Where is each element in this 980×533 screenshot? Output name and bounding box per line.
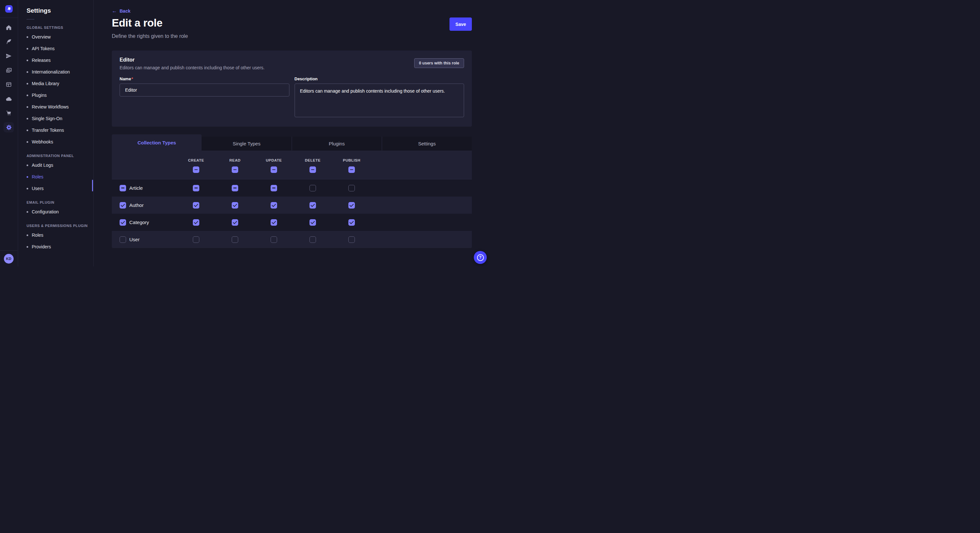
sidebar-item-api-tokens[interactable]: API Tokens [19,43,93,54]
user-update-checkbox[interactable] [270,236,277,243]
main-content: ← Back Edit a role Save Define the right… [94,0,490,266]
back-label: Back [119,8,130,14]
help-button[interactable]: ? [474,251,487,264]
cloud-icon[interactable] [3,94,14,104]
page-title: Edit a role [112,17,162,29]
section-heading-email-plugin: EMAIL PLUGIN [19,194,93,206]
column-header-create: CREATE [177,159,215,162]
description-textarea[interactable]: Editors can manage and publish contents … [294,84,465,117]
sidebar-item-admin-roles[interactable]: Roles [19,171,93,182]
category-create-checkbox[interactable] [193,219,199,226]
role-name-heading: Editor [119,57,464,63]
role-description-text: Editors can manage and publish contents … [119,65,464,70]
section-heading-users-permissions-plugin: USERS & PERMISSIONS PLUGIN [19,217,93,229]
table-row-user: User [112,231,472,248]
sidebar-item-plugins[interactable]: Plugins [19,89,93,101]
sidebar-item-label: Roles [32,174,43,179]
article-read-checkbox[interactable] [232,185,238,191]
name-label-text: Name [119,76,131,81]
row-checkbox-article[interactable] [119,185,126,191]
row-checkbox-category[interactable] [119,219,126,226]
category-delete-checkbox[interactable] [310,219,316,226]
sidebar-item-overview[interactable]: Overview [19,31,93,43]
avatar[interactable]: KD [4,254,14,263]
tab-single-types[interactable]: Single Types [202,136,291,151]
tab-label: Collection Types [137,140,176,145]
required-asterisk: * [131,76,133,81]
sidebar-item-label: Audit Logs [32,163,53,168]
row-checkbox-author[interactable] [119,202,126,209]
category-update-checkbox[interactable] [270,219,277,226]
article-update-checkbox[interactable] [270,185,277,191]
sidebar-scrollbar[interactable] [92,180,93,191]
feather-icon[interactable] [3,36,14,47]
sidebar-item-label: Transfer Tokens [32,128,64,133]
gear-icon[interactable] [3,122,14,132]
description-field-group: Description Editors can manage and publi… [294,76,465,119]
sidebar-item-label: API Tokens [32,46,55,51]
section-heading-global-settings: GLOBAL SETTINGS [19,19,93,31]
sidebar-item-admin-users[interactable]: Users [19,182,93,194]
cart-icon[interactable] [3,108,14,118]
role-details-card: Editor Editors can manage and publish co… [112,51,472,127]
sidebar-item-webhooks[interactable]: Webhooks [19,136,93,148]
select-all-read-checkbox[interactable] [232,167,238,173]
row-label: User [129,237,140,242]
select-all-delete-checkbox[interactable] [310,167,316,173]
sidebar-item-label: Roles [32,233,43,238]
sidebar-item-up-providers[interactable]: Providers [19,241,93,252]
author-create-checkbox[interactable] [193,202,199,209]
sidebar-item-label: Plugins [32,93,47,98]
name-field-label: Name* [119,76,133,81]
select-all-row [119,167,472,179]
article-delete-checkbox[interactable] [310,185,316,191]
select-all-create-checkbox[interactable] [193,167,199,173]
sidebar-item-label: Releases [32,58,51,63]
tab-collection-types[interactable]: Collection Types [112,134,202,151]
images-icon[interactable] [3,65,14,75]
permissions-table: CREATE READ UPDATE DELETE PUBLISH [112,151,472,248]
sidebar-item-email-configuration[interactable]: Configuration [19,206,93,217]
sidebar-item-review-workflows[interactable]: Review Workflows [19,101,93,113]
author-publish-checkbox[interactable] [348,202,355,209]
sidebar-item-transfer-tokens[interactable]: Transfer Tokens [19,124,93,136]
layout-icon[interactable] [3,79,14,90]
users-with-role-badge[interactable]: 0 users with this role [414,58,464,68]
sidebar-item-media-library[interactable]: Media Library [19,78,93,89]
home-icon[interactable] [3,22,14,33]
sidebar-item-single-sign-on[interactable]: Single Sign-On [19,113,93,124]
article-create-checkbox[interactable] [193,185,199,191]
user-read-checkbox[interactable] [232,236,238,243]
column-labels-row: CREATE READ UPDATE DELETE PUBLISH [119,159,472,162]
user-delete-checkbox[interactable] [310,236,316,243]
select-all-publish-checkbox[interactable] [348,167,355,173]
sidebar-item-releases[interactable]: Releases [19,54,93,66]
author-update-checkbox[interactable] [270,202,277,209]
article-publish-checkbox[interactable] [348,185,355,191]
category-publish-checkbox[interactable] [348,219,355,226]
tab-plugins[interactable]: Plugins [292,136,382,151]
user-create-checkbox[interactable] [193,236,199,243]
sidebar-item-up-roles[interactable]: Roles [19,229,93,241]
paper-plane-icon[interactable] [3,51,14,61]
tab-settings[interactable]: Settings [382,136,472,151]
back-link[interactable]: ← Back [112,0,130,14]
table-row-author: Author [112,197,472,214]
sidebar-item-internationalization[interactable]: Internationalization [19,66,93,78]
user-publish-checkbox[interactable] [348,236,355,243]
page-header: Edit a role Save [112,17,472,31]
row-checkbox-user[interactable] [119,236,126,243]
permissions-table-header: CREATE READ UPDATE DELETE PUBLISH [112,151,472,179]
sidebar-item-label: Overview [32,34,51,40]
select-all-update-checkbox[interactable] [270,167,277,173]
strapi-logo[interactable] [5,5,13,13]
author-read-checkbox[interactable] [232,202,238,209]
category-read-checkbox[interactable] [232,219,238,226]
column-header-read: READ [215,159,255,162]
app-window: KD Settings GLOBAL SETTINGS Overview API… [0,0,490,266]
sidebar-item-audit-logs[interactable]: Audit Logs [19,159,93,171]
author-delete-checkbox[interactable] [310,202,316,209]
name-input[interactable] [119,84,290,97]
table-row-article: Article [112,179,472,197]
save-button[interactable]: Save [450,17,472,31]
